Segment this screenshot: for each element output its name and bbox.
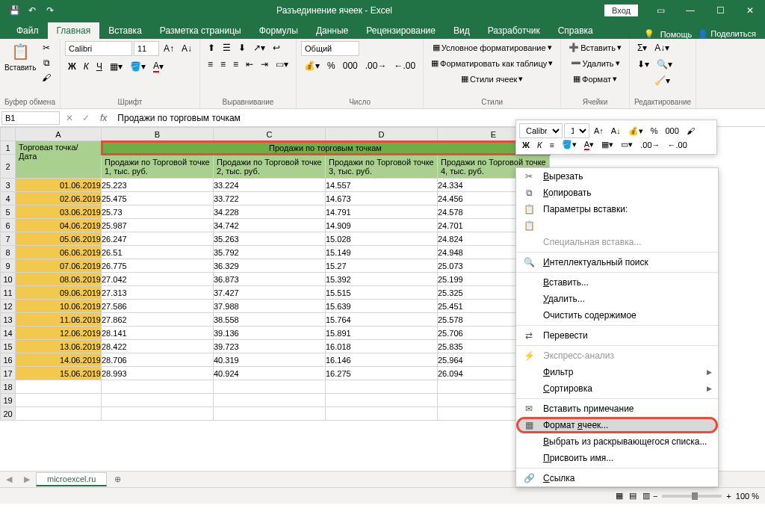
col-header-A[interactable]: A bbox=[16, 128, 102, 141]
data-cell[interactable]: 28.141 bbox=[102, 327, 214, 340]
tab-file[interactable]: Файл bbox=[7, 22, 48, 39]
menu-item[interactable]: 🔍Интеллектуальный поиск bbox=[516, 254, 718, 270]
data-cell[interactable]: 15.149 bbox=[326, 246, 438, 259]
date-cell[interactable]: 14.06.2019 bbox=[16, 353, 102, 367]
date-cell[interactable]: 02.06.2019 bbox=[16, 192, 102, 205]
mini-percent-icon[interactable]: % bbox=[648, 125, 661, 137]
data-cell[interactable]: 39.136 bbox=[214, 327, 326, 340]
currency-icon[interactable]: 💰▾ bbox=[301, 59, 323, 72]
align-bottom-icon[interactable]: ⬇ bbox=[235, 41, 249, 55]
mini-size-select[interactable]: 11 bbox=[564, 123, 589, 138]
data-cell[interactable]: 33.722 bbox=[214, 192, 326, 205]
mini-decimal-inc-icon[interactable]: .00→ bbox=[637, 139, 663, 151]
data-cell[interactable]: 15.891 bbox=[326, 327, 438, 340]
align-top-icon[interactable]: ⬆ bbox=[205, 41, 218, 55]
date-cell[interactable]: 07.06.2019 bbox=[16, 259, 102, 273]
date-cell[interactable]: 05.06.2019 bbox=[16, 232, 102, 246]
merge-icon[interactable]: ▭▾ bbox=[273, 58, 291, 71]
row-header-8[interactable]: 8 bbox=[1, 246, 16, 259]
mini-increase-font-icon[interactable]: A↑ bbox=[591, 125, 607, 137]
cell-styles-button[interactable]: ▦ Стили ячеек▾ bbox=[428, 72, 556, 85]
row-header-6[interactable]: 6 bbox=[1, 219, 16, 232]
data-cell[interactable]: 15.028 bbox=[326, 232, 438, 246]
empty-cell[interactable] bbox=[326, 407, 438, 421]
mini-bold-button[interactable]: Ж bbox=[519, 139, 533, 151]
sheet-nav-next-icon[interactable]: ▶ bbox=[18, 474, 36, 484]
number-format-select[interactable] bbox=[301, 41, 359, 56]
tab-formulas[interactable]: Формулы bbox=[250, 22, 307, 39]
empty-cell[interactable] bbox=[102, 407, 214, 421]
data-cell[interactable]: 37.988 bbox=[214, 300, 326, 313]
row-header-17[interactable]: 17 bbox=[1, 367, 16, 380]
data-cell[interactable]: 27.313 bbox=[102, 286, 214, 300]
data-cell[interactable]: 15.27 bbox=[326, 259, 438, 273]
row-header-2[interactable]: 2 bbox=[1, 155, 16, 179]
menu-item[interactable]: Вставить... bbox=[516, 274, 718, 291]
menu-item[interactable]: Присвоить имя... bbox=[516, 450, 718, 466]
view-page-layout-icon[interactable]: ▤ bbox=[626, 491, 639, 501]
decrease-font-icon[interactable]: A↓ bbox=[179, 42, 195, 55]
close-icon[interactable]: ✕ bbox=[735, 0, 765, 21]
row-header-1[interactable]: 1 bbox=[1, 141, 16, 155]
data-col-header-3[interactable]: Продажи по Торговой точке 3, тыс. руб. bbox=[326, 155, 438, 179]
help-link[interactable]: Помощь bbox=[660, 30, 693, 39]
mini-border-icon[interactable]: ▦▾ bbox=[598, 138, 616, 151]
zoom-level[interactable]: 100 % bbox=[736, 492, 759, 501]
date-cell[interactable]: 08.06.2019 bbox=[16, 273, 102, 286]
menu-item[interactable]: Сортировка▶ bbox=[516, 380, 718, 397]
data-cell[interactable]: 16.275 bbox=[326, 367, 438, 380]
tab-home[interactable]: Главная bbox=[48, 22, 100, 39]
mini-currency-icon[interactable]: 💰▾ bbox=[625, 125, 646, 137]
col-header-B[interactable]: B bbox=[102, 128, 214, 141]
underline-button[interactable]: Ч bbox=[93, 60, 105, 73]
data-cell[interactable]: 15.639 bbox=[326, 300, 438, 313]
minimize-icon[interactable]: — bbox=[675, 0, 705, 21]
date-cell[interactable]: 13.06.2019 bbox=[16, 340, 102, 353]
empty-cell[interactable] bbox=[326, 394, 438, 407]
decrease-decimal-icon[interactable]: ←.00 bbox=[391, 59, 418, 72]
format-cells-button[interactable]: ▦ Формат▾ bbox=[566, 72, 625, 85]
align-right-icon[interactable]: ≡ bbox=[230, 58, 241, 71]
tell-me-icon[interactable]: 💡 bbox=[644, 29, 654, 39]
data-col-header-2[interactable]: Продажи по Торговой точке 2, тыс. руб. bbox=[214, 155, 326, 179]
mini-comma-icon[interactable]: 000 bbox=[662, 125, 681, 137]
merged-title-cell[interactable]: Продажи по торговым точкам bbox=[102, 141, 550, 155]
undo-icon[interactable]: ↶ bbox=[24, 2, 40, 19]
data-cell[interactable]: 28.993 bbox=[102, 367, 214, 380]
mini-fill-color-icon[interactable]: 🪣▾ bbox=[559, 138, 580, 151]
wrap-text-icon[interactable]: ↩ bbox=[270, 41, 283, 55]
insert-cells-button[interactable]: ➕ Вставить▾ bbox=[566, 41, 625, 54]
zoom-slider[interactable] bbox=[662, 495, 722, 498]
percent-icon[interactable]: % bbox=[324, 59, 338, 72]
date-cell[interactable]: 01.06.2019 bbox=[16, 179, 102, 192]
copy-icon[interactable]: ⧉ bbox=[39, 56, 54, 69]
redo-icon[interactable]: ↷ bbox=[42, 2, 58, 19]
data-cell[interactable]: 37.427 bbox=[214, 286, 326, 300]
login-button[interactable]: Вход bbox=[604, 4, 638, 16]
decrease-indent-icon[interactable]: ⇤ bbox=[243, 58, 256, 71]
row-header-5[interactable]: 5 bbox=[1, 205, 16, 219]
data-cell[interactable]: 27.862 bbox=[102, 313, 214, 327]
font-name-select[interactable] bbox=[65, 41, 132, 56]
menu-item[interactable]: Удалить... bbox=[516, 291, 718, 307]
name-box[interactable] bbox=[1, 111, 60, 125]
fill-icon[interactable]: ⬇▾ bbox=[634, 58, 652, 71]
mini-format-painter-icon[interactable]: 🖌 bbox=[684, 125, 698, 137]
tab-page-layout[interactable]: Разметка страницы bbox=[151, 22, 250, 39]
cancel-formula-icon[interactable]: ✕ bbox=[61, 113, 78, 123]
tab-view[interactable]: Вид bbox=[445, 22, 479, 39]
row-header-13[interactable]: 13 bbox=[1, 313, 16, 327]
data-cell[interactable]: 14.557 bbox=[326, 179, 438, 192]
menu-item[interactable]: Фильтр▶ bbox=[516, 364, 718, 380]
data-cell[interactable]: 27.042 bbox=[102, 273, 214, 286]
row-header-4[interactable]: 4 bbox=[1, 192, 16, 205]
data-cell[interactable]: 26.51 bbox=[102, 246, 214, 259]
menu-item[interactable]: ▦Формат ячеек... bbox=[516, 417, 718, 433]
data-cell[interactable]: 28.706 bbox=[102, 353, 214, 367]
view-page-break-icon[interactable]: ▥ bbox=[639, 491, 653, 501]
data-cell[interactable]: 36.329 bbox=[214, 259, 326, 273]
col-header-D[interactable]: D bbox=[326, 128, 438, 141]
data-cell[interactable]: 35.263 bbox=[214, 232, 326, 246]
ribbon-options-icon[interactable]: ▭ bbox=[645, 0, 675, 21]
data-col-header-1[interactable]: Продажи по Торговой точке 1, тыс. руб. bbox=[102, 155, 214, 179]
